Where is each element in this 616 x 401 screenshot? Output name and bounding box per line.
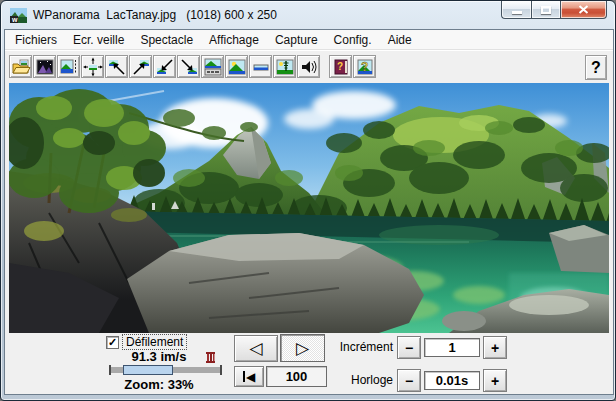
left-triangle-icon: ◁	[249, 338, 262, 359]
fit-to-screen-button[interactable]	[57, 55, 80, 78]
minimize-icon	[512, 11, 522, 14]
help-button[interactable]: ?	[585, 55, 607, 80]
scroll-left-button[interactable]: ◁	[234, 335, 278, 362]
help-book-icon: ?	[331, 57, 351, 77]
svg-text:?: ?	[361, 60, 368, 74]
app-icon: w	[10, 8, 27, 23]
image-window-icon	[227, 57, 247, 77]
minimize-button[interactable]	[501, 1, 531, 19]
about-icon: ?	[355, 57, 375, 77]
clock-plus-button[interactable]: +	[483, 369, 507, 392]
sound-button[interactable]	[297, 55, 320, 78]
slideshow-button[interactable]	[273, 55, 296, 78]
menu-ecr-veille[interactable]: Ecr. veille	[65, 31, 132, 49]
increment-minus-button[interactable]: −	[397, 336, 421, 359]
client-area: Fichiers Ecr. veille Spectacle Affichage…	[5, 30, 613, 394]
slider-right-tick	[220, 365, 222, 375]
maximize-button[interactable]	[531, 1, 561, 19]
clock-label: Horloge	[301, 373, 393, 387]
screensaver-icon	[35, 57, 55, 77]
pan-all-directions-icon	[83, 57, 103, 77]
svg-text:w: w	[11, 16, 18, 23]
wpanorama-window: w WPanorama LacTanay.jpg (1018) 600 x 25…	[0, 0, 616, 401]
menu-bar: Fichiers Ecr. veille Spectacle Affichage…	[5, 30, 613, 50]
scroll-up-right-icon	[131, 57, 151, 77]
menu-config[interactable]: Config.	[326, 31, 380, 49]
menu-spectacle[interactable]: Spectacle	[132, 31, 201, 49]
scroll-down-left-icon	[155, 57, 175, 77]
svg-text:?: ?	[337, 61, 343, 72]
control-panel-button[interactable]	[201, 55, 224, 78]
slideshow-icon	[275, 57, 295, 77]
minus-icon: −	[405, 373, 413, 389]
increment-label: Incrément	[301, 340, 393, 354]
help-book-button[interactable]: ?	[329, 55, 352, 78]
image-window-button[interactable]	[225, 55, 248, 78]
scroll-down-right-icon	[179, 57, 199, 77]
menu-affichage[interactable]: Affichage	[201, 31, 267, 49]
plus-icon: +	[491, 373, 499, 389]
compact-bar-icon	[251, 57, 271, 77]
clock-minus-button[interactable]: −	[397, 369, 421, 392]
pan-all-directions-button[interactable]	[81, 55, 104, 78]
screensaver-button[interactable]	[33, 55, 56, 78]
checkmark-icon: ✓	[108, 336, 117, 348]
zoom-slider[interactable]	[109, 365, 222, 375]
scroll-up-left-button[interactable]	[105, 55, 128, 78]
open-file-button[interactable]	[9, 55, 32, 78]
increment-value-display: 1	[424, 338, 480, 357]
window-title: WPanorama LacTanay.jpg (1018) 600 x 250	[33, 8, 277, 22]
defilement-label[interactable]: Défilement	[123, 335, 186, 349]
scroll-down-right-button[interactable]	[177, 55, 200, 78]
plus-icon: +	[491, 340, 499, 356]
scroll-up-left-icon	[107, 57, 127, 77]
minus-icon: −	[405, 340, 413, 356]
close-icon	[578, 5, 589, 14]
slider-thumb[interactable]	[123, 365, 173, 375]
maximize-icon	[541, 6, 551, 14]
increment-plus-button[interactable]: +	[483, 336, 507, 359]
go-to-start-button[interactable]: ◀	[234, 366, 264, 387]
menu-aide[interactable]: Aide	[380, 31, 420, 49]
speed-indicator-icon	[206, 352, 215, 363]
close-button[interactable]	[561, 1, 607, 19]
clock-value-display: 0.01s	[424, 371, 480, 390]
skip-bar-icon	[243, 371, 245, 382]
control-panel-icon	[203, 57, 223, 77]
menu-capture[interactable]: Capture	[267, 31, 326, 49]
panorama-image	[9, 83, 609, 333]
fit-to-screen-icon	[59, 57, 79, 77]
compact-bar-button[interactable]	[249, 55, 272, 78]
scroll-down-left-button[interactable]	[153, 55, 176, 78]
sound-icon	[299, 57, 319, 77]
scroll-up-right-button[interactable]	[129, 55, 152, 78]
open-file-icon	[11, 57, 31, 77]
skip-triangle-icon: ◀	[246, 370, 255, 384]
panorama-viewport[interactable]	[9, 83, 609, 333]
about-button[interactable]: ?	[353, 55, 376, 78]
control-panel: ✓ Défilement 91.3 im/s Zoom: 33% ◁ ▷ ◀ 1…	[5, 333, 613, 394]
toolbar: ? ? ?	[5, 50, 613, 83]
zoom-value: Zoom: 33%	[109, 377, 209, 392]
titlebar[interactable]: w WPanorama LacTanay.jpg (1018) 600 x 25…	[1, 1, 615, 29]
defilement-checkbox[interactable]: ✓	[106, 336, 119, 349]
fps-value: 91.3 im/s	[109, 349, 209, 364]
menu-fichiers[interactable]: Fichiers	[7, 31, 65, 49]
